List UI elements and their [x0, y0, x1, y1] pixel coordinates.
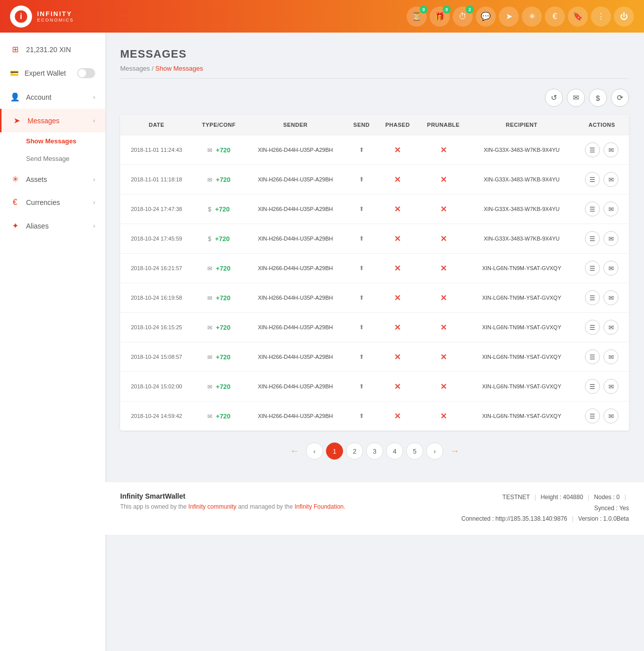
bookmark-icon-btn[interactable]: 🔖 [568, 7, 588, 27]
details-button[interactable]: ☰ [585, 172, 600, 187]
euro-nav-icon-btn[interactable]: € [545, 7, 565, 27]
details-button[interactable]: ☰ [585, 201, 600, 216]
community-link[interactable]: Infinity community [188, 503, 236, 510]
conf-label: +720 [216, 324, 230, 331]
prev-prev-page-button[interactable]: ← [286, 443, 303, 460]
next-page-button[interactable]: › [426, 443, 443, 460]
cell-actions: ☰ ✉ [574, 254, 629, 283]
col-actions: ACTIONS [574, 115, 629, 135]
reply-button[interactable]: ✉ [603, 379, 618, 394]
sidebar-item-balance[interactable]: ⊞ 21,231.20 XIN [0, 38, 105, 61]
cell-phased: ✕ [377, 194, 418, 224]
breadcrumb-current[interactable]: Show Messages [155, 65, 203, 72]
reply-button[interactable]: ✉ [603, 261, 618, 276]
cell-sender: XIN-H266-D44H-U35P-A29BH [245, 401, 346, 431]
upload-icon: ⬆ [359, 353, 364, 360]
currencies-icon: € [10, 198, 20, 207]
asterisk-icon-btn[interactable]: ✳ [522, 7, 542, 27]
dollar-button[interactable]: $ [589, 89, 607, 107]
cell-actions: ☰ ✉ [574, 372, 629, 401]
more-icon-btn[interactable]: ⋮ [591, 7, 611, 27]
details-button[interactable]: ☰ [585, 261, 600, 276]
chat-icon-btn[interactable]: 💬 [476, 7, 496, 27]
hourglass-icon-btn[interactable]: ⏳0 [407, 7, 427, 27]
next-next-page-button[interactable]: → [446, 443, 463, 460]
sync-button[interactable]: ⟳ [611, 89, 629, 107]
table-row: 2018-11-01 11:24:43 ✉ +720 XIN-H266-D44H… [120, 135, 629, 165]
expert-wallet-label: Expert Wallet [25, 69, 66, 77]
sidebar-item-messages[interactable]: ➤ Messages ‹ [0, 109, 105, 132]
type-icon: ✉ [207, 383, 212, 390]
footer-sync-info: Synced : Yes [461, 503, 629, 514]
logo-area: i INFINITY ECONOMICS [10, 6, 74, 28]
page-2-button[interactable]: 2 [346, 443, 363, 460]
phased-status-icon: ✕ [394, 235, 401, 243]
prunable-status-icon: ✕ [440, 294, 447, 302]
reply-button[interactable]: ✉ [603, 320, 618, 335]
page-4-button[interactable]: 4 [386, 443, 403, 460]
reply-button[interactable]: ✉ [603, 231, 618, 246]
page-3-button[interactable]: 3 [366, 443, 383, 460]
account-chevron-icon: › [93, 94, 95, 101]
cell-sender: XIN-H266-D44H-U35P-A29BH [245, 165, 346, 194]
foundation-link[interactable]: Infinity Foundation. [294, 503, 345, 510]
prunable-status-icon: ✕ [440, 205, 447, 213]
cell-prunable: ✕ [418, 194, 469, 224]
sidebar-item-account[interactable]: 👤 Account › [0, 85, 105, 109]
sidebar-item-currencies[interactable]: € Currencies › [0, 191, 105, 214]
refresh-history-button[interactable]: ↺ [545, 89, 563, 107]
details-button[interactable]: ☰ [585, 349, 600, 364]
cell-prunable: ✕ [418, 254, 469, 283]
footer-network-info: TESTNET | Height : 404880 | Nodes : 0 | [461, 492, 629, 503]
main-content: MESSAGES Messages / Show Messages ↺ ✉ $ … [105, 33, 644, 651]
reply-button[interactable]: ✉ [603, 142, 618, 157]
details-button[interactable]: ☰ [585, 231, 600, 246]
breadcrumb: Messages / Show Messages [120, 65, 629, 79]
type-icon: $ [208, 206, 211, 213]
currencies-chevron-icon: › [93, 199, 95, 206]
compose-button[interactable]: ✉ [567, 89, 585, 107]
sidebar-item-assets[interactable]: ✳ Assets › [0, 167, 105, 191]
reply-button[interactable]: ✉ [603, 408, 618, 423]
expert-wallet-toggle[interactable] [77, 68, 95, 78]
sidebar-item-expert-wallet[interactable]: 💳 Expert Wallet [0, 61, 105, 85]
cell-typeconf: ✉ +720 [193, 401, 245, 431]
type-icon: ✉ [207, 265, 212, 272]
reply-button[interactable]: ✉ [603, 201, 618, 216]
page-1-button[interactable]: 1 [326, 443, 343, 460]
footer-app-name: Infinity SmartWallet [120, 492, 346, 500]
details-button[interactable]: ☰ [585, 408, 600, 423]
clock-icon-btn[interactable]: ⏱2 [453, 7, 473, 27]
cell-date: 2018-11-01 11:18:18 [120, 165, 193, 194]
upload-icon: ⬆ [359, 383, 364, 390]
cell-recipient: XIN-LG6N-TN9M-YSAT-GVXQY [469, 401, 575, 431]
page-5-button[interactable]: 5 [406, 443, 423, 460]
cell-sender: XIN-H266-D44H-U35P-A29BH [245, 194, 346, 224]
details-button[interactable]: ☰ [585, 320, 600, 335]
send-nav-icon-btn[interactable]: ➤ [499, 7, 519, 27]
cell-send: ⬆ [346, 165, 377, 194]
breadcrumb-root[interactable]: Messages [120, 65, 150, 72]
table-toolbar: ↺ ✉ $ ⟳ [120, 89, 629, 107]
cell-phased: ✕ [377, 254, 418, 283]
gift-icon-btn[interactable]: 🎁0 [430, 7, 450, 27]
details-button[interactable]: ☰ [585, 379, 600, 394]
power-icon-btn[interactable]: ⏻ [614, 7, 634, 27]
details-button[interactable]: ☰ [585, 142, 600, 157]
prunable-status-icon: ✕ [440, 175, 447, 184]
sidebar-item-send-message[interactable]: Send Message [0, 150, 105, 167]
reply-button[interactable]: ✉ [603, 290, 618, 305]
conf-label: +720 [216, 412, 230, 420]
sidebar-item-show-messages[interactable]: Show Messages [0, 132, 105, 150]
prev-page-button[interactable]: ‹ [306, 443, 323, 460]
upload-icon: ⬆ [359, 176, 364, 183]
reply-button[interactable]: ✉ [603, 172, 618, 187]
messages-chevron-icon: ‹ [93, 117, 95, 124]
upload-icon: ⬆ [359, 324, 364, 331]
reply-button[interactable]: ✉ [603, 349, 618, 364]
sidebar-item-aliases[interactable]: ✦ Aliases › [0, 214, 105, 238]
cell-sender: XIN-H266-D44H-U35P-A29BH [245, 342, 346, 372]
cell-actions: ☰ ✉ [574, 224, 629, 254]
col-recipient: RECIPIENT [469, 115, 575, 135]
details-button[interactable]: ☰ [585, 290, 600, 305]
